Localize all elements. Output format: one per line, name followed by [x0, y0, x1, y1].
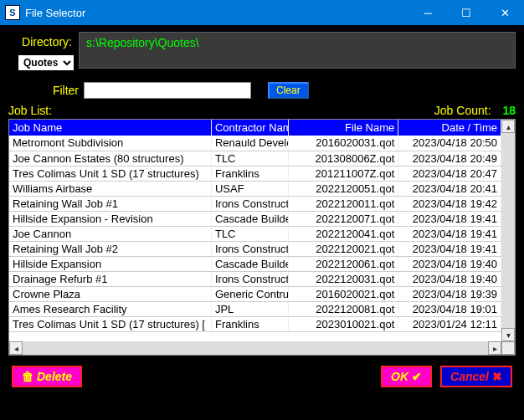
cell-contractor: Irons Construct [211, 196, 289, 211]
cell-file: 2022120041.qot [289, 226, 398, 241]
grid-header-row[interactable]: Job Name Contractor Nam File Name Date /… [9, 120, 501, 136]
ok-button[interactable]: OK ✔ [381, 366, 432, 387]
cell-date: 2023/04/18 19:41 [398, 211, 501, 226]
cell-file: 2016020031.qot [289, 136, 398, 151]
col-job-name[interactable]: Job Name [9, 120, 211, 136]
table-row[interactable]: Retaining Wall Job #2Irons Construct2022… [9, 241, 501, 256]
filter-label: Filter [8, 84, 84, 97]
delete-button[interactable]: 🗑 Delete [12, 366, 82, 387]
cell-file: 2022120031.qot [289, 271, 398, 286]
cell-job: Crowne Plaza [9, 286, 211, 301]
table-row[interactable]: Drainage Refurb #1Irons Construct2022120… [9, 271, 501, 286]
cell-job: Hillside Expansion [9, 256, 211, 271]
cell-contractor: Franklins [211, 166, 289, 181]
cell-date: 2023/04/18 19:01 [398, 301, 501, 316]
cell-file: 2016020021.qot [289, 286, 398, 301]
filter-input[interactable] [84, 82, 251, 99]
cell-date: 2023/04/18 20:50 [398, 136, 501, 151]
cell-date: 2023/04/18 20:49 [398, 151, 501, 166]
col-contractor[interactable]: Contractor Nam [211, 120, 289, 136]
cancel-button[interactable]: Cancel ✖ [440, 366, 512, 387]
directory-select[interactable]: Quotes [17, 54, 75, 72]
cell-job: Ames Research Facility [9, 301, 211, 316]
trash-icon: 🗑 [22, 370, 33, 383]
cell-date: 2023/04/18 19:41 [398, 241, 501, 256]
window-title: File Selector [25, 7, 408, 19]
cell-job: Williams Airbase [9, 181, 211, 196]
cell-date: 2023/04/18 20:41 [398, 181, 501, 196]
cell-job: Retaining Wall Job #1 [9, 196, 211, 211]
maximize-button[interactable]: ☐ [447, 0, 485, 25]
cell-job: Retaining Wall Job #2 [9, 241, 211, 256]
cell-job: Joe Cannon Estates (80 structures) [9, 151, 211, 166]
cancel-button-label: Cancel [450, 370, 489, 383]
app-icon: S [5, 5, 20, 20]
cell-file: 201211007Z.qot [289, 166, 398, 181]
cell-job: Tres Colimas Unit 1 SD (17 structures) [9, 166, 211, 181]
directory-label: Directory: [8, 32, 75, 49]
ok-button-label: OK [391, 370, 408, 383]
cell-date: 2023/04/18 19:41 [398, 226, 501, 241]
scroll-corner [501, 341, 515, 355]
cell-contractor: Cascade Builde [211, 256, 289, 271]
table-row[interactable]: Joe CannonTLC2022120041.qot2023/04/18 19… [9, 226, 501, 241]
cell-contractor: USAF [211, 181, 289, 196]
cell-contractor: TLC [211, 151, 289, 166]
scroll-up-icon[interactable]: ▴ [501, 120, 515, 133]
cell-date: 2023/04/18 19:40 [398, 256, 501, 271]
cell-job: Hillside Expansion - Revision [9, 211, 211, 226]
titlebar[interactable]: S File Selector ─ ☐ ✕ [0, 0, 524, 25]
cell-date: 2023/01/24 12:11 [398, 316, 501, 331]
job-count-value: 18 [502, 104, 516, 117]
scroll-down-icon[interactable]: ▾ [501, 328, 515, 341]
cell-contractor: Irons Construct [211, 271, 289, 286]
delete-button-label: Delete [37, 370, 72, 383]
cell-contractor: TLC [211, 226, 289, 241]
cell-file: 2022120071.qot [289, 211, 398, 226]
table-row[interactable]: Hillside Expansion - RevisionCascade Bui… [9, 211, 501, 226]
scroll-left-icon[interactable]: ◂ [9, 341, 23, 355]
cell-date: 2023/04/18 19:40 [398, 271, 501, 286]
cell-file: 2022120011.qot [289, 196, 398, 211]
cell-job: Metromont Subdivision [9, 136, 211, 151]
close-button[interactable]: ✕ [485, 0, 524, 25]
cell-contractor: Renauld Develo [211, 136, 289, 151]
table-row[interactable]: Hillside ExpansionCascade Builde20221200… [9, 256, 501, 271]
cell-file: 2022120051.qot [289, 181, 398, 196]
table-row[interactable]: Joe Cannon Estates (80 structures)TLC201… [9, 151, 501, 166]
cell-contractor: Cascade Builde [211, 211, 289, 226]
cell-date: 2023/04/18 19:42 [398, 196, 501, 211]
table-row[interactable]: Retaining Wall Job #1Irons Construct2022… [9, 196, 501, 211]
cell-file: 2022120061.qot [289, 256, 398, 271]
cell-file: 2023010021.qot [289, 316, 398, 331]
cell-job: Joe Cannon [9, 226, 211, 241]
col-date-time[interactable]: Date / Time [398, 120, 501, 136]
cell-file: 201308006Z.qot [289, 151, 398, 166]
cell-job: Tres Colimas Unit 1 SD (17 structures) [ [9, 316, 211, 331]
cell-contractor: Franklins [211, 316, 289, 331]
cell-contractor: Irons Construct [211, 241, 289, 256]
job-count-label: Job Count: [434, 104, 491, 117]
minimize-button[interactable]: ─ [408, 0, 447, 25]
table-row[interactable]: Tres Colimas Unit 1 SD (17 structures)Fr… [9, 166, 501, 181]
check-icon: ✔ [412, 370, 422, 383]
cell-contractor: Generic Contru [211, 286, 289, 301]
vertical-scrollbar[interactable]: ▴ ▾ [501, 120, 515, 341]
cell-file: 2022120021.qot [289, 241, 398, 256]
job-grid[interactable]: Job Name Contractor Nam File Name Date /… [8, 119, 516, 356]
cell-date: 2023/04/18 20:47 [398, 166, 501, 181]
cell-contractor: JPL [211, 301, 289, 316]
table-row[interactable]: Metromont SubdivisionRenauld Develo20160… [9, 136, 501, 151]
x-icon: ✖ [492, 370, 502, 383]
directory-path[interactable]: s:\Repository\Quotes\ [79, 32, 516, 69]
clear-button[interactable]: Clear [268, 82, 309, 99]
table-row[interactable]: Williams AirbaseUSAF2022120051.qot2023/0… [9, 181, 501, 196]
table-row[interactable]: Ames Research FacilityJPL2022120081.qot2… [9, 301, 501, 316]
col-file-name[interactable]: File Name [289, 120, 398, 136]
horizontal-scrollbar[interactable]: ◂ ▸ [9, 341, 515, 355]
table-row[interactable]: Tres Colimas Unit 1 SD (17 structures) [… [9, 316, 501, 331]
scroll-right-icon[interactable]: ▸ [488, 341, 501, 355]
table-row[interactable]: Crowne PlazaGeneric Contru2016020021.qot… [9, 286, 501, 301]
job-list-label: Job List: [8, 104, 52, 117]
cell-job: Drainage Refurb #1 [9, 271, 211, 286]
